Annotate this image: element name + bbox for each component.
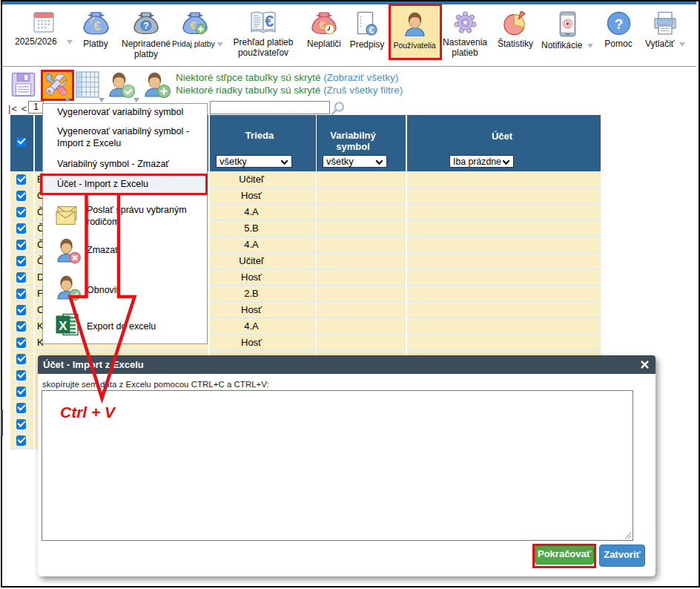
svg-text:€: € [265, 12, 274, 30]
svg-text:?: ? [143, 21, 149, 31]
svg-text:?: ? [614, 16, 623, 32]
svg-text:€: € [369, 25, 374, 36]
svg-text:€: € [93, 20, 100, 33]
svg-text:X: X [59, 319, 67, 333]
svg-text:€: € [191, 19, 197, 31]
